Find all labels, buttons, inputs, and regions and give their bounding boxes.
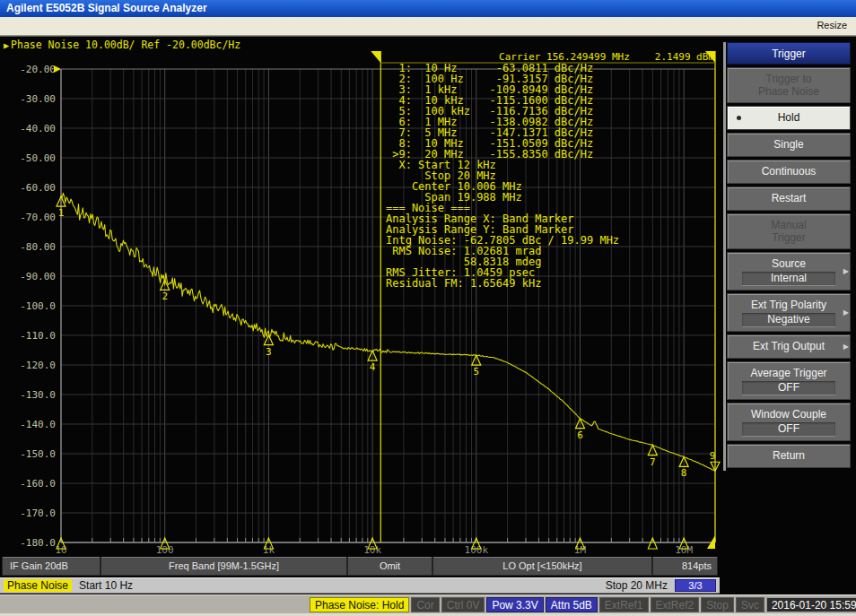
menu-button-single[interactable]: Single [727, 133, 851, 157]
status-stop: Stop 20 MHz [606, 579, 668, 592]
taskbar-extref2: ExtRef2 [651, 597, 700, 612]
menu-button-label: Trigger to [735, 73, 843, 85]
menu-button-window-couple[interactable]: Window CoupleOFF [727, 403, 851, 441]
menu-button-value: OFF [742, 381, 834, 395]
submenu-arrow-icon: ▶ [843, 343, 849, 351]
menu-button-label: Average Trigger [735, 367, 843, 379]
menu-button-hold[interactable]: Hold [727, 106, 851, 130]
menu-button-restart[interactable]: Restart [727, 187, 851, 211]
y-tick-label: -100.0 [20, 300, 56, 312]
menu-button-label: Single [735, 138, 843, 151]
x-tick-label: 100 [156, 544, 174, 556]
menu-button-manual-trigger: ManualTrigger [727, 213, 851, 249]
taskbar-attn-5db: Attn 5dB [546, 597, 598, 612]
taskbar-extref1: ExtRef1 [599, 597, 649, 612]
trace-marker-number: 2 [162, 291, 168, 302]
y-tick-label: -160.0 [20, 478, 56, 490]
ref-level-arrow-icon [54, 65, 61, 73]
taskbar-ctrl-0v: Ctrl 0V [441, 597, 485, 612]
menu-button-label: Hold [735, 111, 843, 124]
settings-softkey-bar: IF Gain 20dBFreq Band [99M-1.5GHz]OmitLO… [2, 557, 718, 576]
x-tick-label: 10 [55, 544, 66, 556]
menu-button-label: Manual [735, 219, 843, 231]
y-tick-label: -120.0 [20, 360, 56, 371]
taskbar-2016-01-20-15-59: 2016-01-20 15:59 [766, 597, 856, 612]
menu-button-label: Continuous [735, 165, 843, 178]
window-titlebar[interactable]: Agilent E5052B Signal Source Analyzer [0, 0, 856, 17]
menu-header: Trigger [727, 42, 851, 65]
app-window: Agilent E5052B Signal Source Analyzer Re… [0, 0, 856, 616]
setting-softkey: Omit [347, 557, 432, 576]
setting-softkey: IF Gain 20dB [2, 557, 100, 576]
status-page-badge: 3/3 [675, 579, 716, 592]
menu-button-source[interactable]: SourceInternal▶ [727, 252, 851, 291]
menu-button-value: OFF [742, 422, 834, 436]
window-title: Agilent E5052B Signal Source Analyzer [6, 2, 207, 14]
y-tick-label: -30.00 [20, 93, 56, 105]
y-tick-label: -170.0 [20, 508, 56, 519]
trace-select-arrow-icon: ▶ [4, 40, 9, 50]
y-tick-label: -20.00 [20, 64, 56, 75]
submenu-arrow-icon: ▶ [843, 267, 849, 275]
x-tick-label: 100k [465, 544, 489, 556]
y-tick-label: -90.00 [20, 271, 56, 282]
trace-marker-number: 9 [710, 450, 716, 462]
y-tick-label: -70.00 [20, 212, 56, 223]
trace-marker-number: 5 [473, 366, 479, 377]
menu-button-continuous[interactable]: Continuous [727, 160, 851, 184]
taskbar-cor: Cor [411, 597, 439, 612]
marker-info-line: Residual FM: 1.65649 kHz [386, 278, 619, 289]
instrument-status-bar: Phase Noise: HoldCorCtrl 0VPow 3.3VAttn … [0, 594, 856, 613]
menu-button-return[interactable]: Return [727, 444, 851, 468]
y-tick-label: -110.0 [20, 330, 56, 342]
carrier-power: 2.1499 dBm [655, 51, 714, 63]
y-tick-label: -80.00 [20, 241, 56, 253]
taskbar-svc: Svc [736, 597, 764, 612]
x-tick-label: 1M [574, 544, 587, 556]
x-tick-label: 10k [363, 544, 381, 556]
menu-button-trigger-to-phase-noise: Trigger toPhase Noise [727, 67, 851, 103]
taskbar-phase-noise-hold: Phase Noise: Hold [310, 597, 409, 612]
setting-softkey: Freq Band [99M-1.5GHz] [100, 557, 347, 576]
setting-softkey: 814pts [652, 557, 718, 576]
menu-button-label: Return [735, 449, 843, 462]
y-tick-label: -180.0 [20, 537, 56, 549]
band-start-flag-icon [371, 51, 380, 63]
trace-header-label: Phase Noise 10.00dB/ Ref -20.00dBc/Hz [11, 39, 240, 51]
x-tick-label: 1k [263, 544, 275, 556]
y-tick-label: -150.0 [20, 448, 56, 460]
trace-marker-number: 3 [266, 346, 272, 358]
menu-button-label: Ext Trig Polarity [735, 299, 843, 311]
y-tick-label: -130.0 [20, 389, 56, 401]
taskbar-stop: Stop [701, 597, 734, 612]
menu-button-label: Window Couple [735, 408, 843, 421]
menu-button-label: Source [735, 257, 843, 270]
trace-marker-number: 4 [370, 361, 376, 373]
y-tick-label: -60.00 [20, 182, 56, 194]
status-mode-chip: Phase Noise [4, 579, 72, 592]
menu-button-value: Internal [742, 272, 834, 285]
taskbar-pow-3-3v: Pow 3.3V [486, 597, 543, 612]
x-tick-label: 10M [675, 544, 693, 556]
chrome-strip: Resize [0, 17, 856, 36]
softkey-menu: Trigger Trigger toPhase NoiseHoldSingleC… [723, 42, 851, 471]
menu-button-ext-trig-polarity[interactable]: Ext Trig PolarityNegative▶ [727, 293, 851, 332]
y-tick-label: -50.00 [20, 152, 56, 164]
trace-marker-number: 1 [58, 207, 65, 219]
submenu-arrow-icon: ▶ [843, 308, 849, 317]
menu-button-value: Negative [742, 313, 834, 326]
analyzer-screen: ▶Phase Noise 10.00dB/ Ref -20.00dBc/Hz -… [0, 36, 856, 594]
resize-button[interactable]: Resize [817, 20, 847, 30]
y-tick-label: -40.00 [20, 123, 56, 134]
menu-button-average-trigger[interactable]: Average TriggerOFF [727, 361, 851, 400]
selected-bullet-icon [737, 116, 741, 120]
trace-header[interactable]: ▶Phase Noise 10.00dB/ Ref -20.00dBc/Hz [4, 39, 240, 51]
measurement-status-bar: Phase Noise Start 10 Hz Stop 20 MHz 3/3 [0, 577, 720, 594]
menu-button-ext-trig-output[interactable]: Ext Trig Output▶ [727, 334, 851, 359]
menu-button-label: Trigger [735, 231, 843, 244]
menu-button-label: Restart [735, 192, 843, 204]
trace-marker-number: 6 [577, 429, 583, 441]
status-start: Start 10 Hz [79, 579, 133, 592]
trace-marker-number: 7 [650, 456, 656, 468]
y-tick-label: -140.0 [20, 419, 56, 430]
